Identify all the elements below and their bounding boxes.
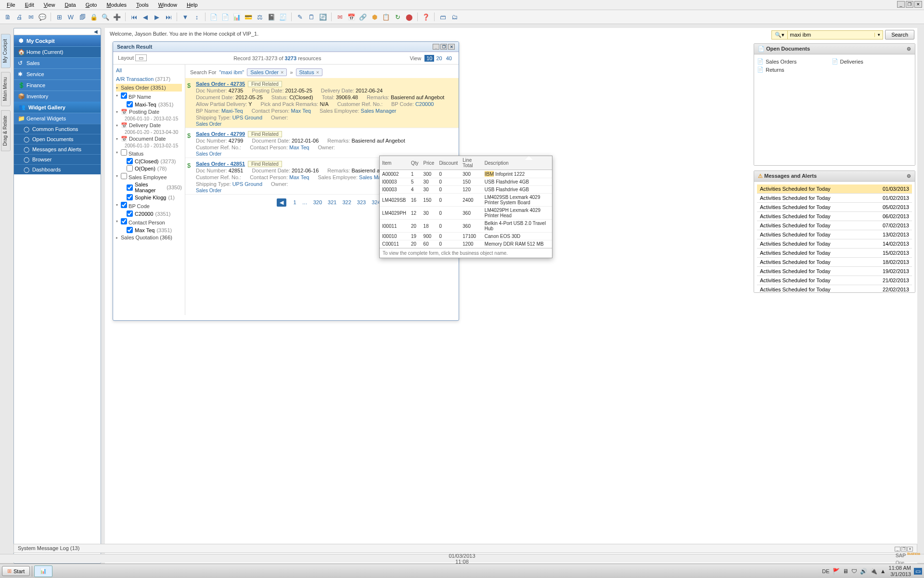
sms-icon[interactable]: 💬 xyxy=(38,12,47,22)
facet-delivery-date[interactable]: 📅 Delivery Date xyxy=(116,121,182,130)
volume-weight-icon[interactable]: ⚖ xyxy=(255,12,265,22)
facet-all[interactable]: All xyxy=(116,67,182,73)
pager-page[interactable]: 322 xyxy=(339,198,354,206)
popup-row[interactable]: A0000213000300IBM Infoprint 1222 xyxy=(380,170,552,178)
payment-means-icon[interactable]: 💳 xyxy=(244,12,253,22)
filter-icon[interactable]: ▼ xyxy=(180,12,190,22)
facet-bp-code[interactable]: BP Code xyxy=(116,201,182,210)
object-link[interactable]: Sales Order xyxy=(196,121,221,127)
target-doc-icon[interactable]: 📄 xyxy=(220,12,230,22)
alert-row[interactable]: Activities Scheduled for Today01/03/2013 xyxy=(757,184,912,194)
alert-icon[interactable]: ✉ xyxy=(335,12,345,22)
view-10[interactable]: 10 xyxy=(424,55,434,62)
pager-page[interactable]: 323 xyxy=(354,198,369,206)
sidebar-item-inventory[interactable]: 📦Inventory xyxy=(14,91,101,102)
widget-gallery-header[interactable]: 👥Widget Gallery xyxy=(14,102,101,113)
pdf-icon[interactable]: 🗐 xyxy=(77,12,87,22)
win-maximize[interactable]: ❐ xyxy=(440,44,447,50)
menu-view[interactable]: View xyxy=(40,1,59,9)
taskbar-app[interactable]: 📊 xyxy=(34,565,52,577)
gallery-item[interactable]: ◯Common Functions xyxy=(14,124,101,134)
gallery-item[interactable]: 📁General Widgets xyxy=(14,113,101,124)
card-title[interactable]: Sales Order - 42851 xyxy=(196,161,245,167)
system-message-log[interactable]: System Message Log (13) _❐✕ xyxy=(13,544,917,553)
sidebar-item-home-current-[interactable]: 🏠Home (Current) xyxy=(14,46,101,57)
search-button[interactable]: Search xyxy=(885,30,914,39)
pager-page[interactable]: 1 xyxy=(291,198,299,206)
my-menu-icon[interactable]: 📋 xyxy=(381,12,391,22)
view-20[interactable]: 20 xyxy=(434,55,444,62)
search-dropdown-icon[interactable]: ▼ xyxy=(874,33,883,37)
alert-row[interactable]: Activities Scheduled for Today05/02/2013 xyxy=(757,203,912,212)
facet-status[interactable]: Status xyxy=(116,148,182,158)
search-result-titlebar[interactable]: Search Result _ ❐ ✕ xyxy=(113,42,459,52)
facet-bp-name[interactable]: BP Name xyxy=(116,92,182,101)
facet-status-closed[interactable]: C(Closed) (3273) xyxy=(116,158,182,165)
find-related-button[interactable]: Find Related xyxy=(248,131,282,137)
base-doc-icon[interactable]: 📄 xyxy=(209,12,218,22)
start-button[interactable]: ⊞Start xyxy=(2,566,30,576)
gallery-item[interactable]: ◯Open Documents xyxy=(14,134,101,144)
win-minimize[interactable]: _ xyxy=(433,44,439,50)
tray-volume-icon[interactable]: 🔊 xyxy=(860,568,867,575)
panel-settings-icon[interactable]: ⚙ xyxy=(907,173,911,179)
card-title[interactable]: Sales Order - 42799 xyxy=(196,131,245,137)
find-icon[interactable]: 🔍 xyxy=(101,12,110,22)
form-settings-icon[interactable]: 🗒 xyxy=(307,12,316,22)
alert-row[interactable]: Activities Scheduled for Today21/02/2013 xyxy=(757,276,912,285)
refresh-icon[interactable]: 🔄 xyxy=(318,12,328,22)
filter-tag-status[interactable]: Status× xyxy=(296,68,323,76)
object-link[interactable]: Sales Order xyxy=(196,188,221,193)
minimize-button[interactable]: _ xyxy=(897,1,905,8)
search-input[interactable] xyxy=(788,31,874,39)
gallery-item[interactable]: ◯Dashboards xyxy=(14,164,101,174)
facet-se-manager[interactable]: Sales Manager (3350) xyxy=(116,181,182,194)
object-link[interactable]: Sales Order xyxy=(196,151,221,157)
tray-power-icon[interactable]: 🔌 xyxy=(870,568,877,575)
facet-contact-opt[interactable]: Max Teq (3351) xyxy=(116,226,182,234)
menu-goto[interactable]: Goto xyxy=(82,1,101,9)
popup-row[interactable]: LM4029SB1615002400LM4029SB Lexmark 4029 … xyxy=(380,194,552,207)
tray-chevron-icon[interactable]: ▲ xyxy=(880,568,886,575)
popup-row[interactable]: C00011206001200Memory DDR RAM 512 MB xyxy=(380,240,552,248)
alert-row[interactable]: Activities Scheduled for Today22/02/2013 xyxy=(757,285,912,292)
tray-network-icon[interactable]: 🖥 xyxy=(843,568,848,575)
popup-row[interactable]: LM4029PH12300360LM4029PH Lexmark 4029 Pr… xyxy=(380,207,552,220)
facet-se-klogg[interactable]: Sophie Klogg (1) xyxy=(116,194,182,201)
facet-sales-employee[interactable]: Sales Employee xyxy=(116,172,182,181)
search-icon[interactable]: 🔍▾ xyxy=(772,31,788,39)
facet-document-date[interactable]: 📅 Document Date xyxy=(116,135,182,143)
sidebar-item-finance[interactable]: 💲Finance xyxy=(14,79,101,91)
transaction-icon[interactable]: 🧾 xyxy=(278,12,288,22)
restore-button[interactable]: ❐ xyxy=(906,1,913,8)
taskbar-clock[interactable]: 11:08 AM3/1/2013 xyxy=(889,565,911,577)
print-icon[interactable]: 🖨 xyxy=(14,12,24,22)
win-close[interactable]: ✕ xyxy=(448,44,455,50)
menu-modules[interactable]: Modules xyxy=(103,1,130,9)
facet-posting-date[interactable]: 📅 Posting Date xyxy=(116,108,182,116)
facet-sales-order[interactable]: Sales Order (3351) xyxy=(116,84,182,92)
link-icon[interactable]: 🔗 xyxy=(358,12,368,22)
pager-page[interactable]: 321 xyxy=(325,198,339,206)
gallery-item[interactable]: ◯Messages and Alerts xyxy=(14,144,101,154)
facet-bp-name-check[interactable] xyxy=(121,92,127,99)
facet-bp-name-opt[interactable]: Maxi-Teq (3351) xyxy=(116,101,182,108)
find-related-button[interactable]: Find Related xyxy=(248,81,282,87)
close-button[interactable]: ✕ xyxy=(914,1,922,8)
menu-window[interactable]: Window xyxy=(154,1,181,9)
open-doc-link[interactable]: 📄Deliveries xyxy=(832,57,906,66)
journal-icon[interactable]: 📓 xyxy=(267,12,276,22)
menu-edit[interactable]: Edit xyxy=(21,1,38,9)
popup-row[interactable]: I000034300120USB Flashdrive 4GB xyxy=(380,186,552,194)
prev-record-icon[interactable]: ◀ xyxy=(141,12,150,22)
help-icon[interactable]: ❓ xyxy=(421,12,431,22)
menu-data[interactable]: Data xyxy=(61,1,79,9)
word-icon[interactable]: W xyxy=(66,12,76,22)
facet-sales-quotation[interactable]: Sales Quotation (366) xyxy=(116,234,182,241)
facet-bp-code-opt[interactable]: C20000 (3351) xyxy=(116,210,182,217)
filter-tag-sales-order[interactable]: Sales Order× xyxy=(247,68,287,76)
popup-row[interactable]: I000035300150USB Flashdrive 4GB xyxy=(380,178,552,186)
alert-row[interactable]: Activities Scheduled for Today19/02/2013 xyxy=(757,267,912,276)
alert-row[interactable]: Activities Scheduled for Today07/02/2013 xyxy=(757,221,912,230)
sidebar-item-sales[interactable]: ↺Sales xyxy=(14,57,101,68)
